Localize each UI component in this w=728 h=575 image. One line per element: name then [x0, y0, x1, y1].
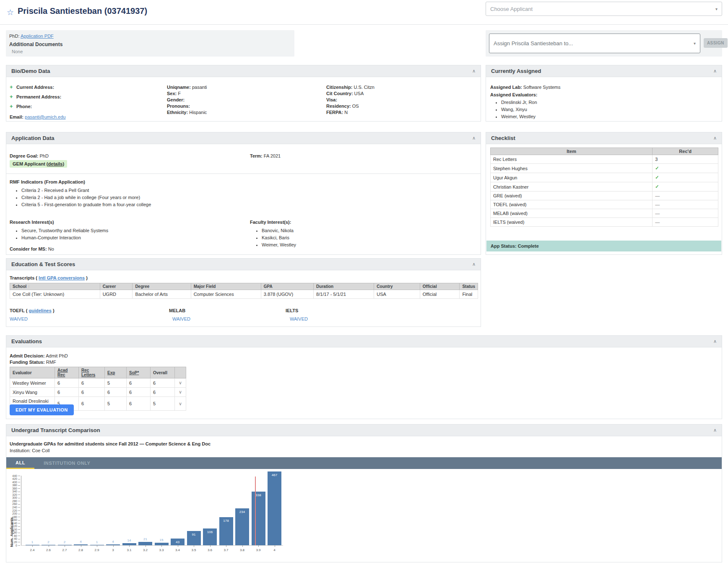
list-item: Secure, Trustworthy and Reliable Systems	[21, 228, 108, 233]
cit-country-value: USA	[354, 91, 364, 96]
checklist-item: TOEFL (waived)	[491, 200, 653, 209]
assign-select[interactable]: Assign Priscila Santiesteban to... ▾	[489, 34, 700, 53]
y-tick-mark	[18, 542, 20, 542]
research-interests-title: Research Interest(s)	[10, 220, 54, 225]
bar-value-label: 234	[235, 510, 249, 514]
education-title: Education & Test Scores	[11, 261, 75, 267]
consider-ms-value: No	[48, 246, 54, 251]
x-tick-mark	[65, 545, 65, 547]
ethnicity-value: Hispanic	[189, 110, 207, 115]
currently-assigned-panel: Currently Assigned ∧ Assigned Lab: Softw…	[486, 65, 722, 122]
assigned-lab-label: Assigned Lab:	[490, 85, 522, 90]
x-tick-label: 2.6	[43, 548, 54, 552]
bar-value-label: 467	[268, 473, 281, 477]
y-tick-label: 440	[6, 474, 17, 477]
row-expand-chevron-icon[interactable]: ∨	[175, 388, 186, 397]
intl-gpa-conversions-link[interactable]: Intl GPA conversions	[39, 275, 85, 280]
gem-details-link[interactable]: details	[48, 161, 63, 166]
admit-decision-value: Admit PhD	[46, 353, 68, 358]
x-axis-line	[21, 545, 283, 546]
check-icon: ✓	[655, 175, 659, 180]
checklist-col-item: Item	[491, 148, 653, 155]
collapse-chevron-icon[interactable]: ∧	[472, 69, 476, 73]
toefl-guidelines-link[interactable]: guidelines	[29, 308, 51, 313]
col-header-gpa[interactable]: GPA	[261, 283, 313, 290]
col-header-career[interactable]: Career	[100, 283, 133, 290]
gem-text: GEM Applicant (	[13, 161, 48, 166]
col-header-degree[interactable]: Degree	[133, 283, 191, 290]
y-tick-mark	[18, 504, 20, 505]
collapse-chevron-icon[interactable]: ∧	[713, 339, 717, 344]
list-item: Criteria 2 - Had a job while in college …	[21, 195, 151, 200]
y-tick-mark	[18, 492, 20, 492]
cell-duration: 8/1/17 - 5/1/21	[314, 290, 374, 299]
dash-icon: —	[655, 211, 660, 216]
y-tick-label: 360	[6, 487, 17, 490]
email-label: Email:	[10, 114, 23, 119]
check-icon: ✓	[655, 184, 659, 189]
x-tick-label: 3.6	[205, 548, 216, 552]
assign-button[interactable]: ASSIGN	[704, 38, 728, 48]
expand-plus-icon[interactable]: +	[10, 103, 13, 109]
table-row: Westley Weimer 6 6 5 6 6 ∨	[10, 378, 186, 388]
rmf-indicators-title: RMF Indicators (From Application)	[10, 179, 85, 184]
histogram-bar[interactable]	[138, 542, 152, 545]
documents-box: PhD: Application PDF Additional Document…	[6, 30, 294, 57]
y-tick-label: 280	[6, 500, 17, 502]
ielts-label: IELTS	[286, 308, 298, 313]
sex-value: F	[178, 91, 181, 96]
y-tick-label: 200	[6, 512, 17, 515]
col-header-official[interactable]: Official	[420, 283, 460, 290]
row-expand-chevron-icon[interactable]: ∨	[175, 397, 186, 411]
collapse-chevron-icon[interactable]: ∧	[713, 136, 717, 140]
faculty-interests-list: Banovic, Nikola Kasikci, Baris Weimer, W…	[256, 228, 296, 249]
col-header-country[interactable]: Country	[374, 283, 420, 290]
email-link[interactable]: pasanti@umich.edu	[25, 114, 65, 119]
uniqname-label: Uniqname:	[167, 85, 191, 90]
faculty-interests-title: Faculty Interest(s):	[250, 220, 291, 225]
eval-col-rec-letters[interactable]: Rec Letters	[79, 367, 105, 378]
expand-plus-icon[interactable]: +	[10, 84, 13, 90]
transcripts-label: Transcripts (	[10, 275, 37, 280]
row-expand-chevron-icon[interactable]: ∨	[175, 378, 186, 388]
table-row: Christian Kastner✓	[491, 182, 718, 192]
eval-col-acad-rec[interactable]: Acad Rec	[55, 367, 79, 378]
y-tick-mark	[18, 501, 20, 501]
favorite-star-icon[interactable]: ☆	[7, 8, 14, 17]
col-header-duration[interactable]: Duration	[314, 283, 374, 290]
eval-col-exp[interactable]: Exp	[105, 367, 127, 378]
application-pdf-link[interactable]: Application PDF	[21, 34, 54, 39]
collapse-chevron-icon[interactable]: ∧	[713, 69, 717, 73]
checklist-table: Item Rec'd Rec Letters3 Stephen Hughes✓ …	[490, 148, 718, 227]
score-cell: 6	[151, 388, 175, 397]
score-cell: 6	[127, 388, 151, 397]
col-header-school[interactable]: School ↑	[10, 283, 100, 290]
transcripts-label-close: )	[86, 275, 88, 280]
edit-my-evaluation-button[interactable]: EDIT MY EVALUATION	[10, 404, 74, 415]
x-tick-label: 3.2	[140, 548, 151, 552]
score-cell: 6	[79, 397, 105, 411]
score-cell: 5	[151, 397, 175, 411]
col-header-major[interactable]: Major Field	[191, 283, 261, 290]
choose-applicant-select[interactable]: Choose Applicant ▾	[486, 2, 722, 16]
checklist-item: MELAB (waived)	[491, 209, 653, 218]
eval-col-sop[interactable]: SoP*	[127, 367, 151, 378]
bar-value-label: 106	[203, 530, 217, 534]
histogram-bar[interactable]	[252, 492, 265, 545]
collapse-chevron-icon[interactable]: ∧	[472, 136, 476, 140]
expand-plus-icon[interactable]: +	[10, 93, 13, 100]
list-item: Weimer, Westley	[501, 114, 537, 119]
transcripts-table: School ↑ Career Degree Major Field GPA D…	[10, 283, 478, 299]
bar-value-label: 338	[252, 493, 265, 497]
x-tick-label: 3	[108, 548, 119, 552]
histogram-bar[interactable]	[235, 508, 249, 545]
cell-official: Official	[420, 290, 460, 299]
applicant-review-page: ☆ Priscila Santiesteban (03741937) Choos…	[0, 0, 728, 575]
y-tick-mark	[18, 514, 20, 514]
x-tick-label: 3.7	[221, 548, 231, 552]
collapse-chevron-icon[interactable]: ∧	[472, 262, 476, 267]
histogram-bar[interactable]	[268, 471, 281, 545]
bar-value-label: 14	[124, 539, 135, 542]
col-header-status[interactable]: Status	[460, 283, 478, 290]
y-tick-label: 420	[6, 477, 17, 480]
